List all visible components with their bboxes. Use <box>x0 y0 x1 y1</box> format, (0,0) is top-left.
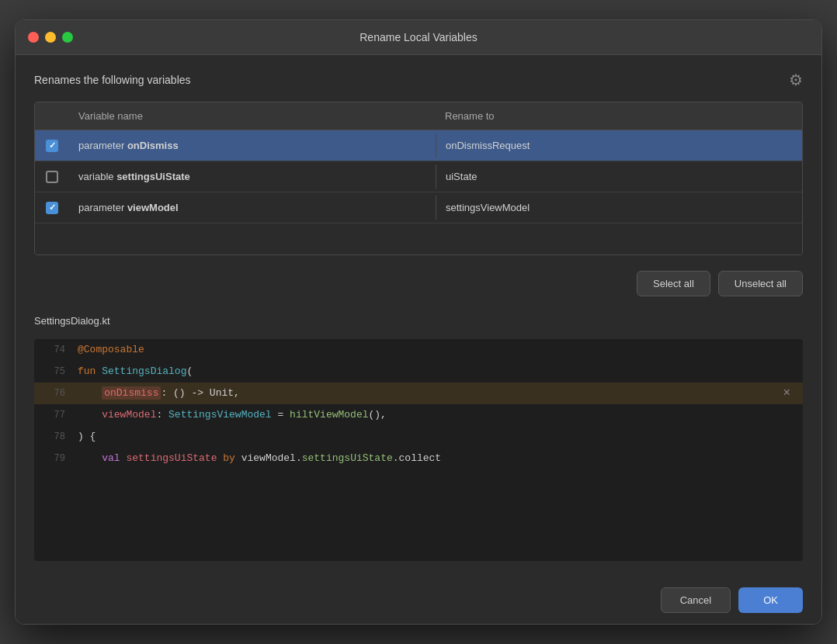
var-name-cell-3: parameter viewModel <box>69 196 436 220</box>
checkbox-header-cell <box>35 102 69 130</box>
checkbox-1[interactable] <box>46 140 58 152</box>
checkbox-3[interactable] <box>46 202 58 214</box>
code-line-74: 74 @Composable <box>34 339 803 361</box>
cancel-button[interactable]: Cancel <box>661 587 731 613</box>
line-number-79: 79 <box>34 448 71 469</box>
checkbox-cell-2[interactable] <box>35 164 69 189</box>
type-label-1: parameter <box>78 140 127 151</box>
select-all-button[interactable]: Select all <box>637 271 710 296</box>
subtitle-text: Renames the following variables <box>34 74 191 86</box>
rename-value-2: uiState <box>446 171 477 182</box>
code-line-78: 78 ) { <box>34 426 803 448</box>
title-bar: Rename Local Variables <box>16 20 821 55</box>
dialog-title: Rename Local Variables <box>359 31 478 43</box>
line-number-76: 76 <box>34 383 71 404</box>
rename-value-1: onDismissRequest <box>446 140 530 151</box>
checkbox-cell-3[interactable] <box>35 196 69 220</box>
code-line-76: 76 onDismiss: () -> Unit, × <box>34 383 803 404</box>
var-name-cell-2: variable settingsUiState <box>69 164 436 189</box>
file-label: SettingsDialog.kt <box>34 315 803 327</box>
table-row[interactable]: variable settingsUiState uiState <box>35 161 802 192</box>
header-row: Renames the following variables ⚙ <box>34 71 803 89</box>
table-row-empty <box>35 223 802 254</box>
table-row[interactable]: parameter onDismiss onDismissRequest <box>35 130 802 161</box>
rename-cell-3: settingsViewModel <box>436 196 802 220</box>
code-line-79: 79 val settingsUiState by viewModel.sett… <box>34 448 803 469</box>
var-name-cell-1: parameter onDismiss <box>69 133 436 158</box>
line-number-74: 74 <box>34 339 71 361</box>
dialog-content: Renames the following variables ⚙ Variab… <box>16 55 821 576</box>
rename-value-3: settingsViewModel <box>446 202 530 213</box>
rename-local-variables-dialog: Rename Local Variables Renames the follo… <box>15 19 822 625</box>
traffic-lights <box>28 32 73 43</box>
type-label-3: parameter <box>78 202 127 213</box>
rename-to-header: Rename to <box>436 102 802 130</box>
close-highlight-icon[interactable]: × <box>783 386 790 400</box>
code-line-75: 75 fun SettingsDialog( <box>34 361 803 383</box>
type-label-2: variable <box>78 171 116 182</box>
code-line-77: 77 viewModel: SettingsViewModel = hiltVi… <box>34 404 803 426</box>
bottom-bar: Cancel OK <box>16 576 821 624</box>
variable-name-header: Variable name <box>69 102 436 130</box>
var-bold-2: settingsUiState <box>116 171 190 182</box>
line-number-75: 75 <box>34 361 71 383</box>
rename-cell-1: onDismissRequest <box>436 133 802 158</box>
line-content-75: fun SettingsDialog( <box>71 361 803 383</box>
checkbox-cell-1[interactable] <box>35 133 69 158</box>
settings-gear-icon[interactable]: ⚙ <box>789 71 803 89</box>
code-area: 74 @Composable 75 fun SettingsDialog( 76… <box>34 339 803 561</box>
maximize-window-button[interactable] <box>62 32 73 43</box>
unselect-all-button[interactable]: Unselect all <box>718 271 803 296</box>
checkbox-2[interactable] <box>46 171 58 183</box>
line-content-79: val settingsUiState by viewModel.setting… <box>71 448 803 469</box>
variables-table: Variable name Rename to parameter onDism… <box>34 102 803 255</box>
minimize-window-button[interactable] <box>45 32 56 43</box>
table-row[interactable]: parameter viewModel settingsViewModel <box>35 192 802 223</box>
close-window-button[interactable] <box>28 32 39 43</box>
line-content-78: ) { <box>71 426 803 448</box>
line-number-78: 78 <box>34 426 71 448</box>
line-content-77: viewModel: SettingsViewModel = hiltViewM… <box>71 404 803 426</box>
var-bold-1: onDismiss <box>127 140 179 151</box>
rename-cell-2: uiState <box>436 164 802 189</box>
select-buttons-row: Select all Unselect all <box>34 268 803 299</box>
line-number-77: 77 <box>34 404 71 426</box>
line-content-76: onDismiss: () -> Unit, <box>71 383 803 404</box>
ok-button[interactable]: OK <box>738 587 803 613</box>
line-content-74: @Composable <box>71 339 803 361</box>
var-bold-3: viewModel <box>127 202 179 213</box>
table-header: Variable name Rename to <box>35 102 802 130</box>
